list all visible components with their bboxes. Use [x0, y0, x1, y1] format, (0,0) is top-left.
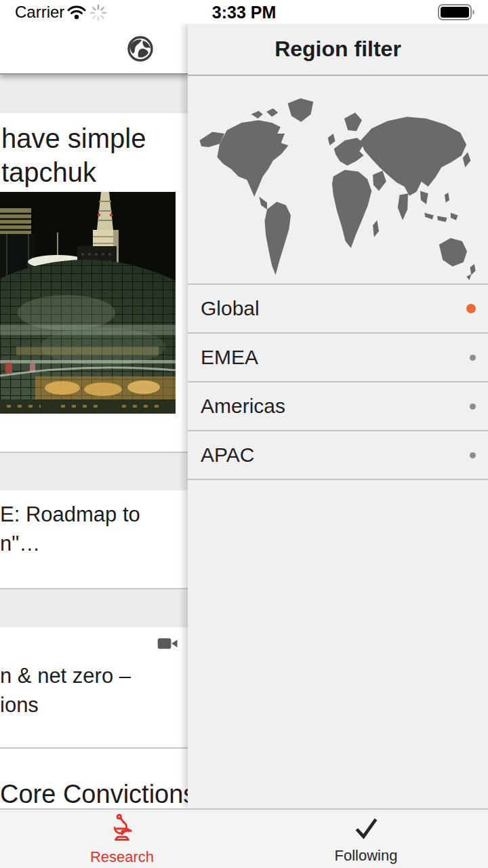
article-title: have simple tapchuk [1, 121, 146, 189]
region-filter-panel: Region filter [188, 24, 488, 808]
clock: 3:33 PM [0, 3, 488, 22]
article-title: Core Convictions [0, 778, 188, 808]
status-bar: Carrier 3:33 PM [0, 0, 488, 24]
selection-dot [466, 304, 476, 313]
microscope-icon [108, 812, 136, 845]
selection-dot [470, 355, 476, 361]
region-option-apac[interactable]: APAC [188, 431, 488, 480]
article-title: n & net zero – ions [0, 661, 131, 719]
panel-title: Region filter [274, 37, 401, 62]
checkmark-icon [351, 814, 381, 844]
region-label: EMEA [201, 346, 258, 369]
region-list: Global EMEA Americas APAC [188, 283, 488, 480]
tab-bar: Research Following [0, 808, 488, 868]
video-camera-icon [157, 635, 178, 652]
globe-icon[interactable] [126, 35, 155, 63]
battery-full-icon [438, 4, 476, 23]
article-card[interactable]: n & net zero – ions [0, 627, 188, 749]
article-photo-night-dome-building [0, 192, 176, 414]
region-option-global[interactable]: Global [188, 285, 488, 334]
region-label: Americas [201, 395, 285, 418]
article-card[interactable]: have simple tapchuk [0, 113, 188, 453]
article-card[interactable]: E: Roadmap to n"… [0, 490, 188, 589]
region-filter-header: Region filter [188, 24, 488, 76]
selection-dot [470, 403, 476, 410]
selection-dot [470, 452, 476, 458]
world-map [197, 95, 479, 282]
tab-label: Following [335, 847, 398, 865]
article-title: E: Roadmap to n"… [0, 500, 140, 558]
region-option-emea[interactable]: EMEA [188, 334, 488, 382]
article-card[interactable]: Core Convictions [0, 749, 188, 808]
region-label: Global [201, 297, 260, 320]
tab-following[interactable]: Following [244, 810, 488, 868]
region-option-americas[interactable]: Americas [188, 382, 488, 431]
app-screen: Carrier 3:33 PM [0, 0, 488, 868]
tab-label: Research [90, 848, 154, 866]
tab-research[interactable]: Research [0, 810, 244, 868]
region-label: APAC [201, 443, 254, 467]
